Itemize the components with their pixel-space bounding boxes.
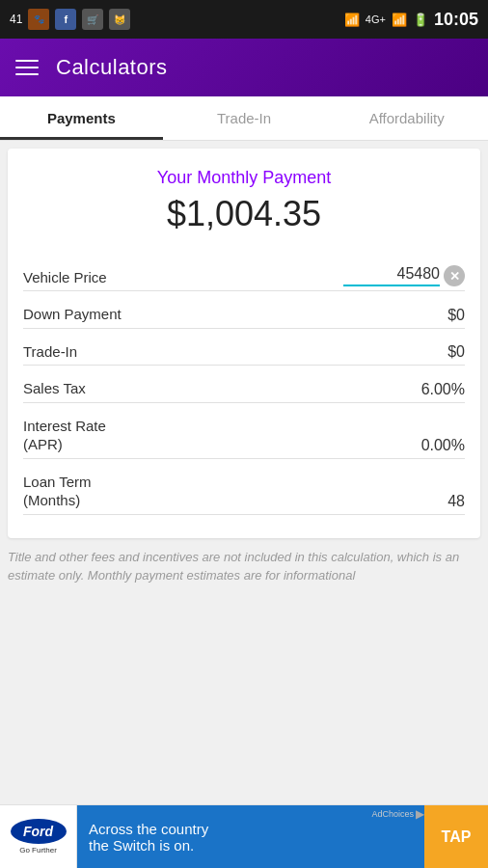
vehicle-price-field: Vehicle Price ✕ xyxy=(23,256,465,291)
trade-in-field[interactable]: Trade-In $0 xyxy=(23,333,465,366)
ad-banner: Ford Go Further AdChoices ▶ Across the c… xyxy=(0,804,488,868)
hamburger-line-3 xyxy=(15,73,39,75)
app-header: Calculators xyxy=(0,39,488,96)
sales-tax-value: 6.00% xyxy=(421,381,465,398)
ford-tagline: Go Further xyxy=(19,846,57,854)
battery-icon: 🔋 xyxy=(413,13,428,27)
ford-logo-text: Ford xyxy=(23,824,53,839)
interest-rate-field[interactable]: Interest Rate(APR) 0.00% xyxy=(23,407,465,459)
signal-icon: 📶 xyxy=(392,13,407,27)
sales-tax-label: Sales Tax xyxy=(23,379,421,398)
app-header-title: Calculators xyxy=(56,55,168,80)
vehicle-price-input-container: ✕ xyxy=(343,265,465,286)
monthly-payment-amount: $1,004.35 xyxy=(23,194,465,234)
notification-count-icon: 41 xyxy=(10,13,22,26)
ad-line1: Across the country xyxy=(89,821,208,837)
notification-icon-1: 🛒 xyxy=(82,9,103,30)
ad-tap-button[interactable]: TAP xyxy=(424,805,488,868)
tab-trade-in[interactable]: Trade-In xyxy=(163,96,326,140)
status-bar-right: 📶 4G+ 📶 🔋 10:05 xyxy=(344,10,478,30)
ford-logo: Ford xyxy=(11,819,67,844)
status-time: 10:05 xyxy=(434,10,478,30)
monthly-payment-label: Your Monthly Payment xyxy=(23,168,465,188)
app-icon-1: 🐾 xyxy=(28,9,49,30)
loan-term-value: 48 xyxy=(447,493,465,510)
ad-choices-icon: ▶ xyxy=(416,807,424,821)
interest-rate-label: Interest Rate(APR) xyxy=(23,417,421,454)
lte-icon: 4G+ xyxy=(366,14,386,25)
hamburger-line-1 xyxy=(15,60,39,62)
tabs-container: Payments Trade-In Affordability xyxy=(0,96,488,141)
trade-in-label: Trade-In xyxy=(23,342,447,362)
vehicle-price-clear-button[interactable]: ✕ xyxy=(444,265,465,286)
vehicle-price-input[interactable] xyxy=(343,265,440,286)
interest-rate-value: 0.00% xyxy=(421,437,465,454)
trade-in-value: $0 xyxy=(447,343,465,361)
down-payment-field[interactable]: Down Payment $0 xyxy=(23,295,465,329)
status-bar-left: 41 🐾 f 🛒 😸 xyxy=(10,9,130,30)
app-icon-fb: f xyxy=(55,9,76,30)
ad-text-area: AdChoices ▶ Across the country the Switc… xyxy=(77,805,424,868)
tab-affordability[interactable]: Affordability xyxy=(325,96,488,140)
loan-term-label: Loan Term(Months) xyxy=(23,473,447,510)
ad-logo: Ford Go Further xyxy=(0,805,77,868)
vehicle-price-label: Vehicle Price xyxy=(23,268,343,287)
wifi-icon: 📶 xyxy=(344,13,360,27)
monthly-payment-section: Your Monthly Payment $1,004.35 xyxy=(23,168,465,234)
hamburger-menu-button[interactable] xyxy=(15,60,39,75)
down-payment-label: Down Payment xyxy=(23,305,447,324)
loan-term-field[interactable]: Loan Term(Months) 48 xyxy=(23,463,465,515)
down-payment-value: $0 xyxy=(447,307,465,324)
hamburger-line-2 xyxy=(15,67,39,68)
calculator-card: Your Monthly Payment $1,004.35 Vehicle P… xyxy=(8,149,480,538)
tab-payments-label: Payments xyxy=(47,110,116,126)
status-bar: 41 🐾 f 🛒 😸 📶 4G+ 📶 🔋 10:05 xyxy=(0,0,488,39)
sales-tax-field[interactable]: Sales Tax 6.00% xyxy=(23,369,465,403)
notification-icon-2: 😸 xyxy=(109,9,130,30)
ad-line2: the Switch is on. xyxy=(89,837,194,854)
tab-affordability-label: Affordability xyxy=(369,110,445,126)
ad-choices-label: AdChoices ▶ xyxy=(371,807,424,821)
disclaimer-text: Title and other fees and incentives are … xyxy=(8,548,480,585)
tab-trade-in-label: Trade-In xyxy=(217,110,271,126)
tab-payments[interactable]: Payments xyxy=(0,96,163,140)
